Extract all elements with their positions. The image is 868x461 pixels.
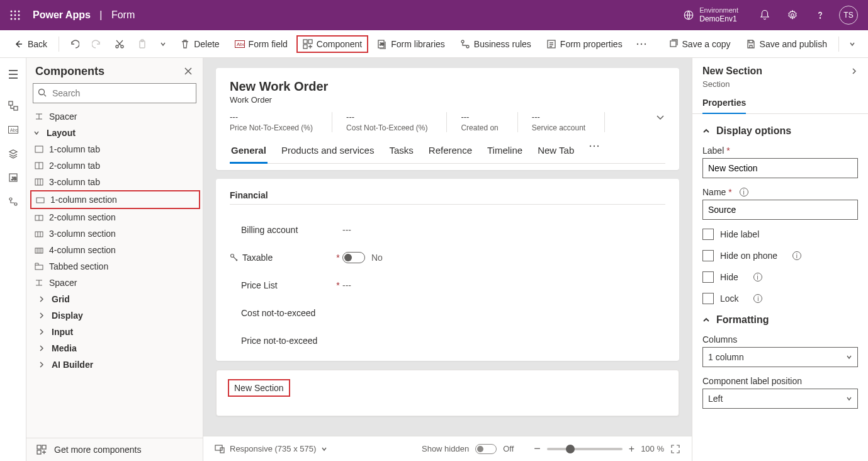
rail-fields-icon[interactable]: Abc [2, 118, 25, 141]
info-icon[interactable]: i [753, 294, 762, 303]
notifications-icon[interactable] [751, 0, 779, 30]
save-publish-button[interactable]: Save and publish [740, 35, 833, 53]
help-icon[interactable] [806, 0, 834, 30]
back-button[interactable]: Back [8, 35, 54, 53]
group-label: AI Builder [52, 360, 93, 370]
rail-rules-icon[interactable] [2, 190, 25, 213]
zoom-slider[interactable] [547, 448, 623, 450]
check-hide-phone[interactable]: Hide on phone i [702, 250, 858, 261]
responsive-picker[interactable]: Responsive (735 x 575) [215, 444, 327, 453]
cmp-3col-section[interactable]: 3-column section [30, 225, 200, 242]
group-aibuilder[interactable]: AI Builder [30, 356, 200, 373]
cmp-tabbed-section[interactable]: Tabbed section [30, 258, 200, 275]
rail-js-icon[interactable]: JS [2, 166, 25, 189]
component-button-highlighted[interactable]: Component [296, 35, 368, 53]
hamburger-icon[interactable] [2, 63, 25, 86]
hf-service-account[interactable]: ---Service account [532, 112, 605, 132]
section-financial-card[interactable]: Financial Billing account --- Taxable * … [216, 179, 679, 361]
cmp-3col-tab[interactable]: 3-column tab [30, 174, 200, 190]
cmp-2col-tab[interactable]: 2-column tab [30, 157, 200, 174]
get-more-components[interactable]: Get more components [26, 438, 203, 461]
info-icon[interactable]: i [753, 273, 762, 282]
name-input[interactable] [702, 200, 858, 220]
cmp-1col-tab[interactable]: 1-column tab [30, 141, 200, 157]
group-display-label: Display options [716, 125, 791, 137]
group-grid[interactable]: Grid [30, 291, 200, 307]
delete-button[interactable]: Delete [174, 35, 225, 53]
group-layout[interactable]: Layout [30, 125, 200, 141]
paste-button[interactable] [132, 35, 152, 53]
app-launcher-icon[interactable] [5, 5, 25, 25]
tab-overflow[interactable] [588, 141, 600, 163]
checkbox[interactable] [702, 293, 714, 304]
hf-cost-nte[interactable]: ---Cost Not-To-Exceed (%) [346, 112, 447, 132]
cmp-1col-section-highlighted[interactable]: 1-column section [30, 190, 200, 209]
hf-price-nte[interactable]: ---Price Not-To-Exceed (%) [230, 112, 332, 132]
save-copy-button[interactable]: Save a copy [662, 35, 737, 53]
tab-products[interactable]: Products and services [280, 141, 376, 163]
checkbox[interactable] [702, 229, 714, 240]
cmp-spacer2[interactable]: Spacer [30, 275, 200, 291]
svg-point-0 [11, 11, 13, 13]
cut-button[interactable] [110, 35, 130, 53]
group-formatting[interactable]: Formatting [702, 314, 858, 326]
columns-select[interactable]: 1 column [702, 347, 858, 367]
section-new-section-card[interactable]: New Section [216, 370, 679, 416]
props-expand-icon[interactable] [850, 67, 858, 75]
svg-point-10 [791, 14, 794, 17]
tab-tasks[interactable]: Tasks [388, 141, 414, 163]
rail-layers-icon[interactable] [2, 142, 25, 165]
libraries-icon: JS [377, 39, 387, 49]
info-icon[interactable]: i [740, 188, 748, 196]
redo-button[interactable] [87, 35, 107, 53]
field-price-nte[interactable]: Price not-to-exceed [230, 327, 665, 355]
save-publish-dropdown[interactable] [844, 37, 860, 51]
environment-picker[interactable]: Environment DemoEnv1 [683, 6, 738, 24]
zoom-out[interactable]: − [534, 442, 541, 455]
field-taxable[interactable]: Taxable * No [230, 244, 665, 271]
business-rules-button[interactable]: Business rules [454, 35, 538, 53]
search-input[interactable] [33, 83, 196, 103]
zoom-in[interactable]: + [629, 443, 634, 455]
checkbox[interactable] [702, 271, 714, 283]
fit-icon[interactable] [670, 444, 680, 454]
field-cost-nte[interactable]: Cost not-to-exceed [230, 299, 665, 327]
cmp-spacer[interactable]: Spacer [30, 108, 200, 125]
check-hide-label[interactable]: Hide label [702, 229, 858, 240]
check-lock[interactable]: Lock i [702, 293, 858, 304]
close-sidebar-icon[interactable] [181, 64, 195, 78]
group-display[interactable]: Display [30, 307, 200, 324]
show-hidden-toggle[interactable] [475, 444, 497, 454]
clp-select[interactable]: Left [702, 389, 858, 409]
paste-dropdown[interactable] [155, 37, 171, 51]
check-hide[interactable]: Hide i [702, 271, 858, 283]
form-libraries-button[interactable]: JS Form libraries [371, 35, 451, 53]
form-properties-button[interactable]: Form properties [540, 35, 629, 53]
form-header-card[interactable]: New Work Order Work Order ---Price Not-T… [216, 68, 679, 170]
overflow-button[interactable] [631, 39, 651, 49]
tab-timeline[interactable]: Timeline [486, 141, 524, 163]
canvas-body[interactable]: New Work Order Work Order ---Price Not-T… [203, 58, 692, 436]
header-expand-icon[interactable] [655, 112, 665, 122]
group-input[interactable]: Input [30, 324, 200, 340]
cmp-4col-section[interactable]: 4-column section [30, 242, 200, 258]
group-media[interactable]: Media [30, 340, 200, 356]
rail-tree-icon[interactable] [2, 94, 25, 117]
group-display-options[interactable]: Display options [702, 125, 858, 137]
undo-button[interactable] [64, 35, 84, 53]
tab-newtab[interactable]: New Tab [536, 141, 575, 163]
hf-created-on[interactable]: ---Created on [461, 112, 517, 132]
form-field-button[interactable]: Abc Form field [228, 35, 294, 53]
tab-general[interactable]: General [230, 141, 268, 164]
label-input[interactable] [702, 158, 858, 178]
settings-icon[interactable] [779, 0, 806, 30]
tab-reference[interactable]: Reference [427, 141, 473, 163]
props-tab-properties[interactable]: Properties [702, 94, 746, 114]
info-icon[interactable]: i [792, 251, 801, 260]
field-billing-account[interactable]: Billing account --- [230, 216, 665, 244]
checkbox[interactable] [702, 250, 714, 261]
user-avatar[interactable]: TS [839, 6, 858, 25]
taxable-toggle[interactable] [342, 252, 365, 263]
field-price-list[interactable]: Price List * --- [230, 271, 665, 299]
cmp-2col-section[interactable]: 2-column section [30, 209, 200, 225]
